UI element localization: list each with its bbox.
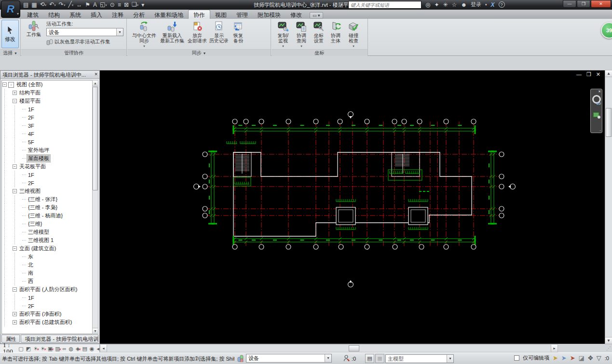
temporary-hide-icon[interactable]: ∞ [63, 346, 67, 351]
open-icon[interactable]: ▤ [23, 1, 28, 8]
tree-item-label[interactable]: 东 [27, 253, 34, 260]
tab-project-browser[interactable]: 项目浏览器 - 技师学院机电培训... [21, 335, 99, 343]
tab-视图[interactable]: 视图 [210, 10, 231, 19]
tree-item-label[interactable]: 室外地坪 [27, 147, 50, 154]
tree-item-label[interactable]: 面积平面 (净面积) [18, 310, 62, 318]
chevron-down-icon[interactable]: ▾ [300, 43, 302, 49]
sync-with-central-icon[interactable]: ⟲▾ [40, 1, 47, 9]
tab-协作[interactable]: 协作 [188, 10, 210, 19]
sync-button-放弃全部请求[interactable]: 放弃全部请求 [186, 20, 208, 49]
chevron-down-icon[interactable]: ▾ [353, 43, 354, 49]
temporary-view-icon[interactable]: ▤ [82, 346, 87, 351]
scroll-down-icon[interactable]: ▼ [93, 328, 98, 334]
tree-item[interactable]: {三维} [2, 220, 93, 228]
editable-only-checkbox[interactable] [514, 355, 519, 361]
tree-item-label[interactable]: 面积平面 (总建筑面积) [18, 319, 73, 326]
tag-by-category-icon[interactable]: ⚑ [85, 1, 90, 8]
scroll-left-icon[interactable]: ◂ [100, 345, 107, 352]
minimize-button[interactable]: — [563, 0, 576, 8]
tree-item-label[interactable]: 天花板平面 [18, 163, 47, 170]
close-icon[interactable]: ✕ [598, 90, 601, 94]
thin-lines-icon[interactable]: ≡ [118, 1, 121, 8]
chevron-down-icon[interactable]: ▾ [143, 43, 145, 49]
worksets-button[interactable]: 工作集 [23, 20, 44, 48]
signin-label[interactable]: 登录 [471, 1, 481, 8]
tab-分析[interactable]: 分析 [128, 10, 150, 19]
tree-item-label[interactable]: 结构平面 [18, 89, 41, 96]
tree-item[interactable]: 1F [2, 105, 93, 113]
tree-item[interactable]: −天花板平面 [2, 162, 93, 171]
tree-item-label[interactable]: {三维 - 张洋} [27, 196, 58, 203]
sync-button-与中心文件同步[interactable]: 与中心文件同步▾ [130, 20, 158, 49]
tree-item[interactable]: {三维 - 杨雨迪} [2, 212, 93, 220]
exchange-apps-icon[interactable]: X [491, 1, 495, 8]
tree-item[interactable]: −三维视图 [2, 187, 93, 195]
chevron-down-icon[interactable]: ▾ [447, 355, 453, 363]
tree-item-label[interactable]: 2F [27, 180, 35, 186]
tree-item[interactable]: 北 [2, 261, 93, 269]
tab-注释[interactable]: 注释 [107, 10, 128, 19]
tree-item-label[interactable]: 北 [27, 261, 34, 269]
filter-icon[interactable]: ▽ [597, 355, 601, 362]
project-browser-scrollbar[interactable]: ▲ ▼ [92, 80, 98, 334]
tree-item[interactable]: 南 [2, 269, 93, 277]
tree-item[interactable]: 5F [2, 138, 93, 146]
redo-icon[interactable]: ↷▾ [59, 1, 66, 9]
reveal-hidden-icon[interactable]: ◍ [68, 346, 73, 351]
modify-button[interactable]: 修改 [1, 20, 19, 48]
analysis-icon[interactable]: ◉ [90, 346, 95, 351]
view-minimize-button[interactable]: — [576, 71, 582, 78]
tree-item-label[interactable]: 3F [27, 123, 35, 129]
resize-grip-icon[interactable]: ⋰ [606, 346, 611, 351]
tree-item[interactable]: −○视图 (全部) [2, 81, 93, 89]
scroll-down-icon[interactable]: ▼ [605, 337, 612, 344]
tree-item-label[interactable]: 楼层平面 [18, 97, 41, 105]
tree-item-label[interactable]: 屋面楼板 [27, 155, 50, 162]
tree-item-label[interactable]: 三维视图 1 [27, 237, 54, 244]
drag-on-selection-icon[interactable]: ✥ [588, 355, 593, 362]
editing-requests-group[interactable]: :0 [343, 355, 356, 363]
scrollbar-thumb[interactable] [606, 108, 612, 137]
tree-item-label[interactable]: {三维 - 杨雨迪} [27, 212, 64, 219]
tree-item-label[interactable]: 4F [27, 131, 35, 137]
select-links-icon[interactable]: ➤ [553, 355, 558, 362]
sync-button-恢复备份[interactable]: 恢复备份 [230, 20, 247, 49]
detail-level-icon[interactable]: ▢ [18, 346, 23, 351]
expand-icon[interactable]: + [13, 320, 17, 324]
restore-button[interactable]: ❐ [577, 0, 590, 8]
visual-style-icon[interactable]: ◩ [26, 346, 31, 351]
expand-icon[interactable]: + [13, 91, 17, 95]
tree-item-label[interactable]: 南 [27, 270, 34, 277]
sync-button-显示历史记录[interactable]: 显示历史记录 [208, 20, 230, 49]
tree-item[interactable]: −楼层平面 [2, 97, 93, 105]
tree-item-label[interactable]: 西 [27, 278, 34, 285]
tree-item[interactable]: {三维 - 张洋} [2, 195, 93, 203]
close-button[interactable]: ✕ [591, 0, 611, 8]
close-inactive-windows-icon[interactable]: ⊠ [124, 1, 129, 8]
measure-icon[interactable]: ╱▾ [68, 1, 73, 9]
tree-item[interactable]: +面积平面 (总建筑面积) [2, 318, 93, 326]
tab-建筑[interactable]: 建筑 [22, 10, 43, 19]
tab-管理[interactable]: 管理 [231, 10, 253, 19]
drawing-canvas[interactable]: — ❒ ✕ ✕ 2D ◦ ▲ ▼ [100, 70, 612, 344]
collapse-icon[interactable]: − [2, 82, 7, 87]
tree-item-label[interactable]: 2F [27, 303, 35, 309]
shadows-icon[interactable]: ☀✕ [41, 346, 45, 351]
tree-item[interactable]: 2F [2, 302, 93, 310]
tree-item[interactable]: −面积平面 (人防分区面积) [2, 285, 93, 294]
tab-properties[interactable]: 属性 [1, 335, 20, 343]
coord-button-坐标设置[interactable]: 坐标设置 [310, 20, 327, 49]
tab-结构[interactable]: 结构 [43, 10, 65, 19]
tab-修改[interactable]: 修改 [286, 10, 307, 19]
search-input[interactable] [348, 1, 422, 9]
expand-icon[interactable]: + [13, 312, 17, 316]
panel-label-select[interactable]: 选择 ▼ [0, 49, 20, 56]
tab-附加模块[interactable]: 附加模块 [253, 10, 286, 19]
coord-button-复制/监视[interactable]: 复制/监视▾ [273, 20, 293, 49]
workset-combo[interactable]: 设备 ▾ [246, 354, 332, 363]
tree-item[interactable]: 东 [2, 253, 93, 261]
project-browser-title[interactable]: 项目浏览器 - 技师学院机电培训中... ✕ [0, 71, 99, 79]
tree-item-label[interactable]: 1F [27, 107, 35, 112]
view-close-button[interactable]: ✕ [596, 71, 600, 78]
collapse-icon[interactable]: − [13, 164, 17, 169]
